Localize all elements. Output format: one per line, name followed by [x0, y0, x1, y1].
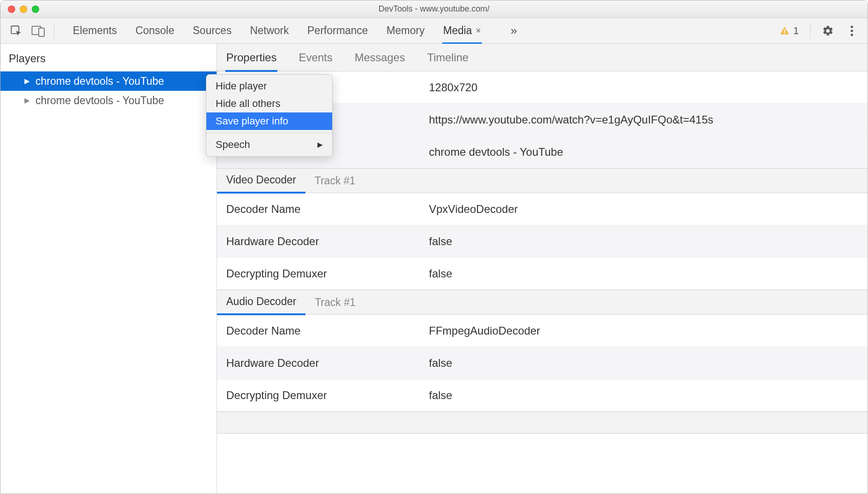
empty-section-footer [217, 412, 868, 434]
subtab-label: Timeline [427, 51, 469, 64]
disclosure-triangle-icon: ▶ [24, 96, 30, 105]
property-row: Decoder Name VpxVideoDecoder [217, 193, 868, 225]
devtools-tabstrip: Elements Console Sources Network Perform… [0, 18, 868, 44]
subtab-timeline[interactable]: Timeline [427, 44, 469, 71]
property-key: Decrypting Demuxer [217, 267, 429, 280]
property-row: Decrypting Demuxer false [217, 379, 868, 412]
tab-memory[interactable]: Memory [387, 18, 425, 44]
svg-point-6 [850, 29, 853, 32]
window-title: DevTools - www.youtube.com/ [0, 4, 868, 14]
warning-count: 1 [793, 25, 799, 37]
ctx-hide-player[interactable]: Hide player [206, 77, 332, 95]
warnings-badge[interactable]: 1 [780, 25, 803, 37]
property-value: FFmpegAudioDecoder [429, 324, 868, 337]
audio-decoder-section-header: Audio Decoder Track #1 [217, 290, 868, 315]
property-value: false [429, 357, 868, 370]
property-key: Decoder Name [217, 324, 429, 337]
subtab-label: Messages [355, 51, 405, 64]
svg-rect-2 [39, 28, 44, 36]
tab-label: Memory [387, 24, 425, 37]
svg-point-7 [850, 34, 853, 36]
section-title: Video Decoder [217, 169, 305, 194]
tab-console[interactable]: Console [135, 18, 174, 44]
player-item[interactable]: ▶ chrome devtools - YouTube [0, 91, 217, 110]
devtools-window: DevTools - www.youtube.com/ Elements Con… [0, 0, 868, 494]
property-value: false [429, 267, 868, 280]
inspect-element-icon[interactable] [5, 21, 27, 41]
section-subtitle: Track #1 [305, 296, 356, 309]
player-context-menu: Hide player Hide all others Save player … [206, 74, 333, 157]
property-value: VpxVideoDecoder [429, 203, 868, 216]
property-key: Decoder Name [217, 203, 429, 216]
property-key: Hardware Decoder [217, 235, 429, 248]
ctx-separator [206, 133, 332, 133]
property-value: 1280x720 [429, 81, 868, 94]
ctx-item-label: Hide player [216, 80, 267, 92]
subtab-properties[interactable]: Properties [226, 44, 276, 71]
panel-body: Players ▶ chrome devtools - YouTube ▶ ch… [0, 44, 868, 494]
tab-label: Network [250, 24, 289, 37]
tab-sources[interactable]: Sources [193, 18, 231, 44]
kebab-menu-icon[interactable] [841, 21, 863, 41]
property-row: Hardware Decoder false [217, 347, 868, 379]
property-row: Hardware Decoder false [217, 225, 868, 258]
player-item[interactable]: ▶ chrome devtools - YouTube [0, 71, 217, 91]
ctx-item-label: Save player info [216, 115, 288, 127]
property-row: Decrypting Demuxer false [217, 258, 868, 290]
titlebar: DevTools - www.youtube.com/ [0, 0, 868, 18]
subtab-label: Events [299, 51, 332, 64]
property-key: Decrypting Demuxer [217, 389, 429, 402]
property-value: https://www.youtube.com/watch?v=e1gAyQuI… [429, 113, 868, 126]
device-toolbar-icon[interactable] [27, 21, 49, 41]
ctx-hide-all-others[interactable]: Hide all others [206, 95, 332, 112]
ctx-save-player-info[interactable]: Save player info [206, 112, 332, 130]
tab-label: Elements [73, 24, 117, 37]
property-row: Decoder Name FFmpegAudioDecoder [217, 315, 868, 347]
toolbar-divider [810, 23, 810, 39]
tab-network[interactable]: Network [250, 18, 289, 44]
panel-tabs: Elements Console Sources Network Perform… [65, 18, 770, 44]
property-value: false [429, 235, 868, 248]
property-value: false [429, 389, 868, 402]
svg-point-5 [850, 25, 853, 28]
tab-performance[interactable]: Performance [307, 18, 368, 44]
player-item-label: chrome devtools - YouTube [35, 75, 164, 88]
sidebar-heading: Players [0, 44, 217, 71]
subtab-messages[interactable]: Messages [355, 44, 405, 71]
section-title: Audio Decoder [217, 290, 305, 315]
tab-label: Console [135, 24, 174, 37]
player-item-label: chrome devtools - YouTube [35, 94, 164, 107]
video-decoder-section-header: Video Decoder Track #1 [217, 168, 868, 193]
more-tabs-icon[interactable]: » [499, 24, 517, 38]
subtab-label: Properties [226, 51, 276, 64]
ctx-item-label: Speech [216, 139, 250, 151]
submenu-arrow-icon: ▶ [317, 141, 323, 149]
settings-gear-icon[interactable] [817, 21, 839, 41]
tab-elements[interactable]: Elements [73, 18, 117, 44]
tab-label: Sources [193, 24, 231, 37]
tab-label: Performance [307, 24, 368, 37]
ctx-item-label: Hide all others [216, 98, 281, 110]
warning-icon [780, 26, 790, 36]
players-sidebar: Players ▶ chrome devtools - YouTube ▶ ch… [0, 44, 217, 494]
ctx-speech-submenu[interactable]: Speech ▶ [206, 136, 332, 153]
svg-rect-4 [784, 32, 785, 33]
svg-rect-3 [784, 29, 785, 32]
section-subtitle: Track #1 [305, 175, 356, 187]
tab-label: Media [443, 24, 472, 37]
tab-media[interactable]: Media × [443, 18, 481, 44]
toolbar-divider [54, 23, 54, 39]
disclosure-triangle-icon: ▶ [24, 77, 30, 85]
subtab-events[interactable]: Events [299, 44, 332, 71]
property-key: Hardware Decoder [217, 357, 429, 370]
close-tab-icon[interactable]: × [475, 25, 481, 36]
property-value: chrome devtools - YouTube [429, 146, 868, 159]
media-subtabs: Properties Events Messages Timeline [217, 44, 868, 71]
